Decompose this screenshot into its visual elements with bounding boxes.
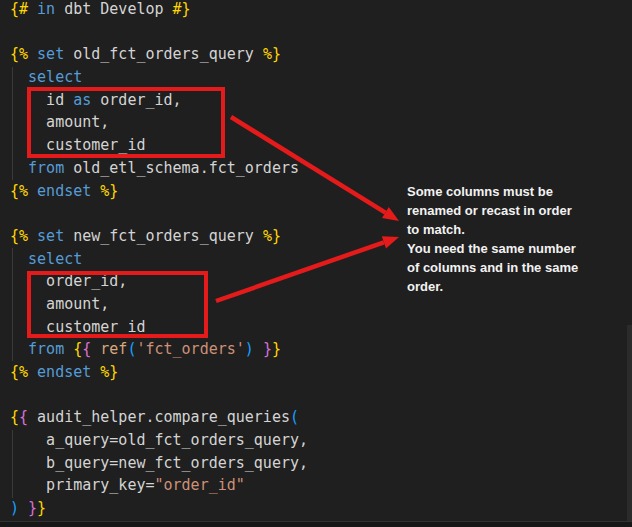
code-token: ) (10, 499, 19, 517)
code-token: {% (10, 363, 28, 381)
code-token: old_etl_schema.fct_orders (64, 159, 299, 177)
code-token: from (28, 159, 64, 177)
code-token: a_query=old_fct_orders_query, (10, 431, 308, 449)
code-token: { (82, 340, 91, 358)
code-token (64, 340, 73, 358)
code-token: %} (100, 363, 118, 381)
code-token (10, 23, 19, 41)
code-token: { (73, 340, 82, 358)
code-token: #} (173, 0, 191, 18)
code-token: } (272, 340, 281, 358)
code-token: { (10, 408, 19, 426)
code-token: {% (10, 182, 28, 200)
annotation-note: Some columns must berenamed or recast in… (407, 182, 578, 296)
code-token: select (28, 250, 82, 268)
code-line: {{ audit_helper.compare_queries( (10, 406, 308, 429)
code-token: audit_helper.compare_queries (28, 408, 290, 426)
code-token: } (263, 340, 272, 358)
code-token: endset (37, 182, 91, 200)
code-token (28, 227, 37, 245)
code-line: select (10, 66, 308, 89)
code-line: from old_etl_schema.fct_orders (10, 157, 308, 180)
code-token: { (19, 408, 28, 426)
code-token: "order_id" (155, 476, 245, 494)
code-token (91, 363, 100, 381)
code-token: from (28, 340, 64, 358)
indent-guide (12, 430, 13, 498)
code-line: a_query=old_fct_orders_query, (10, 429, 308, 452)
code-token: %} (263, 45, 281, 63)
code-token: 'fct_orders' (136, 340, 244, 358)
indent-guide (12, 248, 13, 361)
code-token: dbt Develop (55, 0, 172, 18)
code-token: set (37, 227, 64, 245)
code-token (19, 499, 28, 517)
code-token (254, 340, 263, 358)
code-editor: {# in dbt Develop #} {% set old_fct_orde… (0, 0, 632, 527)
code-line: b_query=new_fct_orders_query, (10, 452, 308, 475)
code-token: %} (263, 227, 281, 245)
code-token: b_query=new_fct_orders_query, (10, 454, 308, 472)
code-line: primary_key="order_id" (10, 474, 308, 497)
code-line: from {{ ref('fct_orders') }} (10, 338, 308, 361)
code-token: } (37, 499, 46, 517)
code-line (10, 202, 308, 225)
code-line (10, 21, 308, 44)
code-token: ) (245, 340, 254, 358)
code-token (28, 45, 37, 63)
code-line: {% endset %} (10, 180, 308, 203)
annotation-line: renamed or recast in order (407, 201, 578, 220)
code-token (10, 204, 19, 222)
indent-guide (12, 67, 13, 180)
code-token: old_fct_orders_query (64, 45, 263, 63)
code-token: endset (37, 363, 91, 381)
code-token: new_fct_orders_query (64, 227, 263, 245)
annotation-line: You need the same number (407, 239, 578, 258)
code-token: ( (290, 408, 299, 426)
code-token: {% (10, 45, 28, 63)
code-token: in (37, 0, 55, 18)
code-token: {# (10, 0, 28, 18)
vertical-scrollbar[interactable] (627, 325, 632, 521)
code-token: {% (10, 227, 28, 245)
code-token (28, 0, 37, 18)
code-token: ref (100, 340, 127, 358)
code-token: set (37, 45, 64, 63)
annotation-line: of columns and in the same (407, 258, 578, 277)
code-token (91, 182, 100, 200)
code-line: {# in dbt Develop #} (10, 0, 308, 21)
code-line: {% set new_fct_orders_query %} (10, 225, 308, 248)
highlight-box-new-columns (27, 271, 208, 338)
horizontal-scrollbar[interactable] (0, 521, 632, 527)
code-line: {% set old_fct_orders_query %} (10, 43, 308, 66)
code-token (10, 386, 19, 404)
code-line: {% endset %} (10, 361, 308, 384)
code-token: select (28, 68, 82, 86)
annotation-line: to match. (407, 220, 578, 239)
code-line: select (10, 248, 308, 271)
code-token: } (28, 499, 37, 517)
code-line (10, 384, 308, 407)
code-token (28, 363, 37, 381)
annotation-line: Some columns must be (407, 182, 578, 201)
highlight-box-old-columns (27, 87, 225, 158)
code-token: %} (100, 182, 118, 200)
code-token: primary_key= (10, 476, 155, 494)
code-area[interactable]: {# in dbt Develop #} {% set old_fct_orde… (10, 0, 308, 520)
code-token (91, 340, 100, 358)
code-token (28, 182, 37, 200)
code-line: ) }} (10, 497, 308, 520)
annotation-line: order. (407, 277, 578, 296)
